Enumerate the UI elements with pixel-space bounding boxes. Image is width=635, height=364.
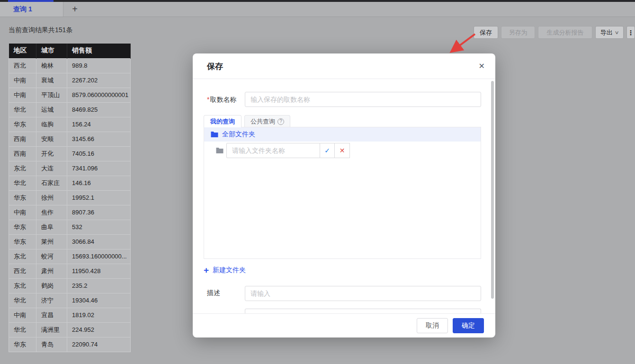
table-header-row: 地区 城市 销售额 xyxy=(9,44,131,58)
tab-query-1[interactable]: 查询 1 xyxy=(0,2,63,17)
kebab-menu-icon: ⋮ xyxy=(627,29,634,36)
cell-sales: 7341.096 xyxy=(67,161,131,176)
chevron-down-icon: ∨ xyxy=(614,30,619,35)
new-tab-button[interactable]: + xyxy=(68,2,81,17)
cell-city: 大连 xyxy=(36,161,67,176)
cell-sales: 19952.1 xyxy=(67,190,131,205)
column-header-city: 城市 xyxy=(36,44,67,58)
cell-region: 东北 xyxy=(9,161,36,176)
x-icon: ✕ xyxy=(340,147,345,154)
cell-sales: 146.16 xyxy=(67,176,131,190)
tab-my-queries[interactable]: 我的查询 xyxy=(204,115,241,127)
cell-region: 中南 xyxy=(9,308,36,322)
folder-all-folders[interactable]: 全部文件夹 xyxy=(204,127,481,142)
cell-region: 华北 xyxy=(9,322,36,337)
name-input[interactable] xyxy=(245,92,481,107)
table-row: 华北 满洲里 224.952 xyxy=(9,322,131,337)
cell-sales: 532 xyxy=(67,220,131,234)
cell-region: 东北 xyxy=(9,278,36,293)
cell-region: 西北 xyxy=(9,58,36,73)
cell-city: 济宁 xyxy=(36,293,67,308)
cell-region: 华东 xyxy=(9,337,36,352)
folder-name-input[interactable] xyxy=(226,143,320,158)
required-asterisk: * xyxy=(207,96,209,103)
table-row: 东北 鹤岗 235.2 xyxy=(9,278,131,293)
cell-sales: 156.24 xyxy=(67,117,131,132)
cell-region: 华北 xyxy=(9,176,36,190)
folder-icon xyxy=(211,131,218,138)
generate-report-button[interactable]: 生成分析报告 xyxy=(538,26,592,39)
cell-city: 襄城 xyxy=(36,73,67,88)
save-dialog: 保存 ✕ *取数名称 我的查询 公共查询 ? 全部文件夹 ✓ ✕ xyxy=(193,53,495,337)
cell-city: 满洲里 xyxy=(36,322,67,337)
new-folder-link[interactable]: + 新建文件夹 xyxy=(204,266,246,275)
table-row: 中南 焦作 8907.36 xyxy=(9,205,131,220)
cell-sales: 989.8 xyxy=(67,58,131,73)
cell-region: 中南 xyxy=(9,88,36,102)
table-row: 中南 平顶山 8579.060000000001 xyxy=(9,88,131,102)
save-button[interactable]: 保存 xyxy=(474,26,498,39)
cell-city: 运城 xyxy=(36,102,67,117)
cell-region: 华东 xyxy=(9,190,36,205)
cancel-button[interactable]: 取消 xyxy=(417,318,448,333)
column-header-region: 地区 xyxy=(9,44,36,58)
table-row: 东北 大连 7341.096 xyxy=(9,161,131,176)
modal-scrollbar-thumb[interactable] xyxy=(491,81,494,299)
more-actions-button[interactable]: ⋮ xyxy=(626,26,635,39)
new-folder-link-label: 新建文件夹 xyxy=(213,266,246,275)
dialog-footer: 取消 确定 xyxy=(193,313,495,337)
table-row: 华北 济宁 19304.46 xyxy=(9,293,131,308)
export-label: 导出 xyxy=(600,28,613,37)
cell-city: 平顶山 xyxy=(36,88,67,102)
cell-sales: 2267.202 xyxy=(67,73,131,88)
cell-city: 鹤岗 xyxy=(36,278,67,293)
cell-sales: 3066.84 xyxy=(67,234,131,249)
query-tab-bar: 查询 1 + xyxy=(0,2,635,17)
plus-icon: + xyxy=(204,266,209,275)
cell-region: 西北 xyxy=(9,264,36,278)
cell-region: 华北 xyxy=(9,293,36,308)
tab-query-1-label: 查询 1 xyxy=(13,5,32,14)
column-header-sales: 销售额 xyxy=(67,44,131,58)
cell-sales: 1819.02 xyxy=(67,308,131,322)
confirm-button[interactable]: 确定 xyxy=(453,318,484,333)
table-row: 西南 开化 7405.16 xyxy=(9,146,131,161)
close-icon[interactable]: ✕ xyxy=(479,62,485,71)
table-body: 西北 榆林 989.8 中南 襄城 2267.202 中南 平顶山 8579.0… xyxy=(9,58,131,352)
cell-sales: 235.2 xyxy=(67,278,131,293)
table-row: 华北 运城 8469.825 xyxy=(9,102,131,117)
cell-sales: 3145.66 xyxy=(67,132,131,146)
cell-sales: 7405.16 xyxy=(67,146,131,161)
cell-city: 肃州 xyxy=(36,264,67,278)
folder-tree-panel: 全部文件夹 ✓ ✕ xyxy=(204,127,481,259)
table-row: 华东 徐州 19952.1 xyxy=(9,190,131,205)
table-row: 华东 莱州 3066.84 xyxy=(9,234,131,249)
cell-region: 中南 xyxy=(9,205,36,220)
cell-sales: 19304.46 xyxy=(67,293,131,308)
table-row: 西北 榆林 989.8 xyxy=(9,58,131,73)
cell-city: 莱州 xyxy=(36,234,67,249)
help-icon[interactable]: ? xyxy=(277,118,284,125)
export-button[interactable]: 导出 ∨ xyxy=(595,26,624,39)
cell-region: 华北 xyxy=(9,102,36,117)
cell-city: 安顺 xyxy=(36,132,67,146)
cell-city: 青岛 xyxy=(36,337,67,352)
cell-region: 华东 xyxy=(9,117,36,132)
tab-public-queries[interactable]: 公共查询 ? xyxy=(244,115,290,127)
cancel-folder-button[interactable]: ✕ xyxy=(335,143,350,158)
cell-city: 曲阜 xyxy=(36,220,67,234)
cell-sales: 8907.36 xyxy=(67,205,131,220)
check-icon: ✓ xyxy=(324,147,330,154)
cell-city: 蛟河 xyxy=(36,249,67,264)
save-as-button[interactable]: 另存为 xyxy=(501,26,535,39)
confirm-folder-button[interactable]: ✓ xyxy=(320,143,335,158)
cell-sales: 8579.060000000001 xyxy=(67,88,131,102)
cell-sales: 22090.74 xyxy=(67,337,131,352)
table-row: 中南 宜昌 1819.02 xyxy=(9,308,131,322)
description-input[interactable] xyxy=(245,286,481,301)
table-row: 西北 肃州 11950.428 xyxy=(9,264,131,278)
cell-city: 宜昌 xyxy=(36,308,67,322)
clipped-input-field[interactable] xyxy=(245,309,481,313)
description-label: 描述 xyxy=(207,289,220,297)
plus-icon: + xyxy=(72,4,78,15)
